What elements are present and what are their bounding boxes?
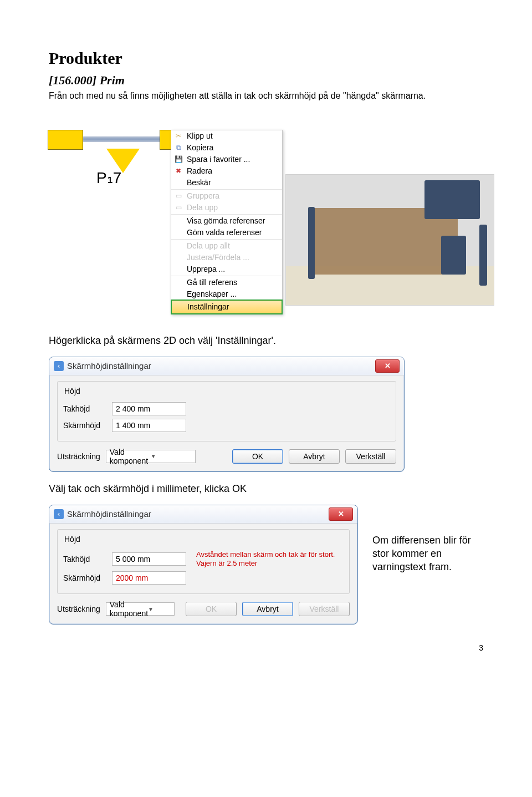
plan-label: P₁7 (96, 169, 121, 187)
menu-label: Justera/Fördela ... (187, 253, 279, 262)
menu-item-beskar[interactable]: Beskär (171, 177, 282, 189)
chevron-down-icon: ▼ (151, 453, 192, 459)
ok-button: OK (186, 602, 237, 616)
ungroup-icon: ▭ (173, 203, 183, 212)
warning-line2: Vajern är 2.5 meter (196, 559, 257, 567)
dialog-titlebar: ‹ Skärmhöjdinställningar ✕ (49, 505, 357, 524)
menu-item-dela-upp: ▭ Dela upp (171, 202, 282, 214)
label-skarmhojd: Skärmhöjd (63, 421, 108, 430)
heading-produkter: Produkter (49, 49, 483, 68)
menu-item-egenskaper[interactable]: Egenskaper ... (171, 288, 282, 300)
dialog-body: Höjd Takhöjd Avståndet mellan skärm och … (49, 524, 357, 625)
back-icon[interactable]: ‹ (54, 509, 64, 519)
highlight-box: Inställningar (171, 299, 283, 314)
delete-icon: ✖ (173, 166, 183, 175)
menu-label: Egenskaper ... (187, 290, 279, 298)
menu-item-gom-valda[interactable]: Göm valda referenser (171, 227, 282, 238)
menu-label: Gruppera (187, 191, 279, 200)
menu-label: Spara i favoriter ... (187, 155, 279, 164)
input-takhojd[interactable] (112, 402, 186, 415)
menu-label: Klipp ut (187, 131, 279, 140)
cancel-button[interactable]: Avbryt (242, 602, 293, 616)
heading-prim: [156.000] Prim (49, 73, 483, 88)
caption-choose-heights: Välj tak och skärmhöjd i millimeter, kli… (49, 483, 483, 495)
menu-item-klipp-ut[interactable]: ✂ Klipp ut (171, 130, 282, 142)
copy-icon: ⧉ (173, 143, 183, 152)
side-note: Om differensen blir för stor kommer en v… (372, 534, 483, 574)
apply-button: Verkställ (299, 602, 350, 616)
caption-rightclick: Högerklicka på skärmens 2D och välj 'Ins… (49, 335, 483, 347)
label-takhojd: Takhöjd (63, 555, 108, 564)
menu-label: Kopiera (187, 143, 279, 152)
menu-item-ga-till-referens[interactable]: Gå till referens (171, 277, 282, 288)
menu-item-spara-favoriter[interactable]: 💾 Spara i favoriter ... (171, 154, 282, 165)
dialog-bottom-row: Utsträckning Vald komponent ▼ OK Avbryt … (57, 449, 396, 464)
select-utstrackning[interactable]: Vald komponent ▼ (106, 602, 175, 616)
dialog-skarmhojd-1: ‹ Skärmhöjdinställningar ✕ Höjd Takhöjd … (49, 357, 405, 472)
menu-label: Upprepa ... (187, 265, 279, 273)
figure-one: P₁7 ✂ Klipp ut ⧉ Kopiera 💾 Spara i favor… (49, 113, 483, 324)
menu-separator (171, 214, 282, 215)
fieldset-hojd: Höjd Takhöjd Skärmhöjd (57, 381, 396, 441)
ok-button[interactable]: OK (232, 449, 283, 464)
row-takhojd: Takhöjd (63, 402, 390, 415)
close-icon: ✕ (338, 510, 344, 518)
render-screen-panel (308, 207, 315, 279)
dialog-title-text: Skärmhöjdinställningar (67, 509, 151, 519)
crop-icon (173, 178, 183, 187)
warning-text: Avståndet mellan skärm och tak är för st… (196, 550, 335, 568)
page-number: 3 (49, 643, 483, 652)
plan-element-left (48, 130, 83, 150)
context-menu: ✂ Klipp ut ⧉ Kopiera 💾 Spara i favoriter… (171, 130, 283, 314)
menu-label: Dela upp (187, 203, 279, 212)
menu-item-radera[interactable]: ✖ Radera (171, 165, 282, 177)
cancel-button[interactable]: Avbryt (289, 449, 340, 464)
close-button[interactable]: ✕ (329, 507, 353, 521)
menu-separator (171, 189, 282, 190)
menu-label: Visa gömda referenser (187, 216, 279, 225)
menu-label: Gå till referens (187, 278, 279, 287)
dialog-body: Höjd Takhöjd Skärmhöjd Utsträckning Vald… (49, 375, 404, 471)
menu-label: Beskär (187, 178, 279, 187)
fieldset-legend: Höjd (62, 387, 83, 395)
render-screen-panel (479, 225, 487, 286)
settings-icon (174, 302, 184, 311)
menu-label: Dela upp allt (187, 241, 279, 250)
menu-item-upprepa[interactable]: Upprepa ... (171, 263, 282, 275)
label-utstrackning: Utsträckning (57, 452, 100, 461)
menu-item-dela-upp-allt: Dela upp allt (171, 240, 282, 252)
close-button[interactable]: ✕ (375, 359, 400, 373)
label-utstrackning: Utsträckning (57, 605, 100, 613)
dialog-title-text: Skärmhöjdinställningar (67, 361, 151, 370)
menu-item-installningar[interactable]: Inställningar (172, 301, 282, 313)
menu-label: Inställningar (187, 302, 278, 311)
select-value: Vald komponent (110, 448, 151, 465)
group-icon: ▭ (173, 191, 183, 200)
fieldset-hojd: Höjd Takhöjd Avståndet mellan skärm och … (57, 529, 350, 595)
dialog-titlebar: ‹ Skärmhöjdinställningar ✕ (49, 357, 404, 375)
save-icon: 💾 (173, 155, 183, 164)
select-value: Vald komponent (110, 600, 148, 618)
fieldset-legend: Höjd (62, 535, 83, 544)
chevron-down-icon: ▼ (148, 606, 171, 612)
input-takhojd[interactable] (112, 552, 186, 566)
menu-item-visa-gomda[interactable]: Visa gömda referenser (171, 215, 282, 227)
select-utstrackning[interactable]: Vald komponent ▼ (106, 450, 196, 463)
back-icon[interactable]: ‹ (54, 361, 64, 371)
input-skarmhojd[interactable] (112, 571, 186, 585)
close-icon: ✕ (385, 362, 391, 370)
render-screen-panel (441, 236, 466, 275)
apply-button[interactable]: Verkställ (345, 449, 396, 464)
menu-label: Göm valda referenser (187, 228, 279, 237)
label-skarmhojd: Skärmhöjd (63, 573, 108, 582)
menu-separator (171, 276, 282, 276)
render-3d-preview (285, 174, 494, 306)
dialog-skarmhojd-2: ‹ Skärmhöjdinställningar ✕ Höjd Takhöjd … (49, 505, 358, 625)
menu-separator (171, 239, 282, 240)
label-takhojd: Takhöjd (63, 404, 108, 413)
input-skarmhojd[interactable] (112, 419, 186, 432)
row-skarmhojd: Skärmhöjd (63, 571, 344, 585)
menu-item-kopiera[interactable]: ⧉ Kopiera (171, 142, 282, 154)
render-screen-panel (424, 180, 480, 219)
menu-label: Radera (187, 166, 279, 175)
